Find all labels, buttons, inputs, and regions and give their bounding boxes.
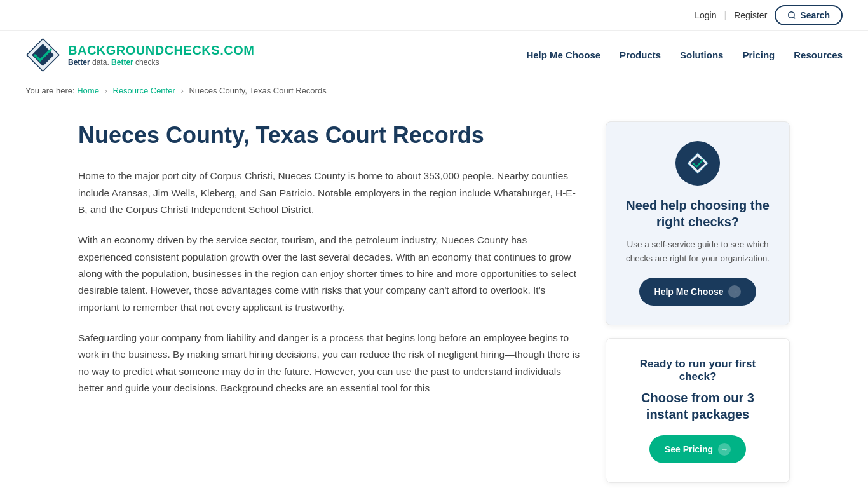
breadcrumb-sep1: › [105,86,107,95]
sidebar: Need help choosing the right checks? Use… [606,121,790,488]
breadcrumb: You are here: Home › Resource Center › N… [0,79,868,102]
logo-text: BACKGROUNDCHECKS.COM Better data. Better… [68,43,254,67]
top-bar: Login | Register Search [0,0,868,31]
content-wrapper: Nueces County, Texas Court Records Home … [53,102,815,488]
breadcrumb-sep2: › [180,86,183,95]
nav-pricing[interactable]: Pricing [742,50,775,60]
nav-help-me-choose[interactable]: Help Me Choose [526,50,600,60]
main-nav: Help Me Choose Products Solutions Pricin… [526,50,843,60]
card-icon-circle [675,141,720,186]
breadcrumb-current: Nueces County, Texas Court Records [189,86,326,95]
main-header: BACKGROUNDCHECKS.COM Better data. Better… [0,31,868,79]
main-content: Nueces County, Texas Court Records Home … [78,121,580,488]
breadcrumb-resource[interactable]: Resource Center [113,86,175,95]
card1-description: Use a self-service guide to see which ch… [622,238,773,265]
pricing-card: Ready to run your first check? Choose fr… [606,338,790,483]
svg-line-1 [794,17,796,19]
breadcrumb-prefix: You are here: [25,86,75,95]
logo-area: BACKGROUNDCHECKS.COM Better data. Better… [25,37,254,72]
arrow-icon-2: → [718,443,731,456]
help-choose-card: Need help choosing the right checks? Use… [606,121,790,325]
card1-title: Need help choosing the right checks? [622,197,773,230]
help-me-choose-button[interactable]: Help Me Choose → [639,278,757,306]
separator: | [724,10,727,20]
nav-resources[interactable]: Resources [794,50,843,60]
card-logo-icon [686,152,709,175]
paragraph-1: Home to the major port city of Corpus Ch… [78,168,580,218]
search-icon [787,11,796,20]
arrow-icon: → [728,285,741,298]
nav-products[interactable]: Products [620,50,661,60]
see-pricing-button[interactable]: See Pricing → [649,435,746,463]
card2-subtitle: Choose from our 3 instant packages [622,390,773,423]
page-title: Nueces County, Texas Court Records [78,121,580,149]
svg-point-0 [789,12,794,18]
paragraph-3: Safeguarding your company from liability… [78,330,580,396]
logo-tagline: Better data. Better checks [68,58,254,67]
paragraph-2: With an economy driven by the service se… [78,232,580,316]
logo-name: BACKGROUNDCHECKS.COM [68,43,254,58]
search-button[interactable]: Search [775,5,843,25]
logo-icon [25,37,60,72]
breadcrumb-home[interactable]: Home [77,86,99,95]
card2-title: Ready to run your first check? [622,358,773,383]
login-link[interactable]: Login [695,10,716,20]
nav-solutions[interactable]: Solutions [680,50,723,60]
register-link[interactable]: Register [734,10,767,20]
